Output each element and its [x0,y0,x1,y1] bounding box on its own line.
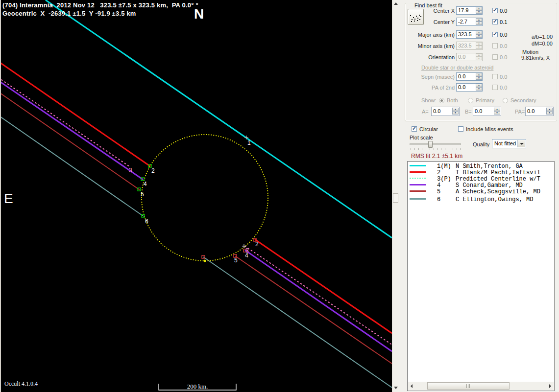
show-secondary-label: Secondary [510,97,536,103]
fit-control-panel: Find best fit Center X 17.9 ▲▼ [398,0,559,392]
slider-ticks [411,148,461,150]
motion-value: 9.81km/s, X [521,55,550,61]
pa-of-2nd-sigma: 0.0 [500,85,507,91]
b-spinner[interactable]: ▲▼ [494,108,500,115]
legend-observer-name: A Scheck,Scaggsville, MD [456,188,540,195]
limb-bottom-dot [204,260,206,262]
major-axis-spinner[interactable]: ▲▼ [476,31,482,38]
orientation-label: Orientation [415,54,455,60]
include-miss-events-label: Include Miss events [466,126,513,132]
legend-chord-id: 1(M) [437,163,451,170]
circular-label: Circular [419,126,438,132]
chord-number-label: 2 [151,167,155,174]
center-x-label: Center X [415,8,455,14]
scroll-left-arrow-icon[interactable] [408,382,416,390]
legend-color-swatch-icon [410,198,426,200]
orientation-fit-checkbox [492,54,498,60]
legend-row[interactable]: 1(M)N Smith,Trenton, GA [408,163,554,169]
minor-axis-field: 323.5 ▲▼ [456,42,483,50]
a-field[interactable]: 0.0 ▲▼ [431,107,460,116]
north-direction-label: N [194,6,204,22]
fitted-asteroid-limb [142,135,268,261]
rms-fit-status: RMS fit 2.1 ±5.1 km [411,153,462,160]
b-field[interactable]: 0.0 ▲▼ [473,107,501,116]
center-y-spinner[interactable]: ▲▼ [476,18,482,25]
legend-chord-id: 2 [437,169,440,176]
legend-observer-name: T Blank/M Pacht,Taftsvil [456,169,540,176]
legend-row[interactable]: 6C Ellington,Owings, MD [408,196,554,203]
legend-row[interactable]: 3(P)Predicted Centerline w/T [408,176,554,182]
legend-chord-id: 6 [437,196,440,203]
motion-label: Motion [522,49,538,55]
legend-color-swatch-icon [410,190,426,192]
plot-scale-slider[interactable] [410,141,462,150]
chord-4 [0,82,143,180]
scroll-right-arrow-icon[interactable] [546,382,554,390]
pa-label: PA= [515,109,525,115]
east-direction-label: E [4,191,13,207]
occultation-plot-canvas[interactable]: 1223344556200 km. [0,0,392,392]
legend-row[interactable]: 5A Scheck,Scaggsville, MD [408,188,554,195]
major-axis-label: Major axis (km) [415,32,455,38]
chord-number-label: 4 [245,252,248,259]
minor-axis-fit-checkbox [492,43,498,48]
pa-field[interactable]: 0.0 ▲▼ [525,107,554,116]
show-both-label: Both [447,97,458,103]
center-x-fit-checkbox[interactable] [492,8,498,13]
quality-label: Quality [473,141,489,147]
chord-2 [255,239,392,333]
horizontal-scrollbar-thumb[interactable] [427,382,510,390]
quality-dropdown[interactable]: Not fitted [492,139,526,148]
dropdown-arrow-icon[interactable] [517,140,525,147]
app-version-label: Occult 4.1.0.4 [4,380,38,388]
chord-number-label: 3 [129,167,132,174]
show-secondary-radio [503,98,508,103]
circular-checkbox[interactable] [412,126,417,132]
orientation-field: 0.0 ▲▼ [456,53,483,61]
minor-axis-sigma: 0.0 [500,43,507,49]
minor-axis-spinner: ▲▼ [476,42,482,49]
separation-row: Sepn (masec) 0.0 ▲▼ 0.0 [415,72,558,81]
center-y-label: Center Y [415,19,455,25]
legend-color-swatch-icon [410,171,426,173]
chord-3 [1,80,131,167]
chord-number-label: 1 [247,139,251,146]
center-y-fit-checkbox[interactable] [492,19,498,24]
center-x-spinner[interactable]: ▲▼ [476,7,482,14]
include-miss-events-checkbox[interactable] [458,126,463,132]
separation-sigma: 0.0 [500,74,507,80]
legend-observer-name: S Conard,Gamber, MD [456,182,523,189]
vertical-scrollbar-thumb[interactable] [393,193,398,203]
major-axis-fit-checkbox[interactable] [492,32,498,37]
plot-vertical-scrollbar[interactable] [392,0,398,392]
legend-chord-id: 4 [437,182,440,189]
dm-value: dM=0.00 [511,41,553,46]
b-label: B= [465,109,472,115]
slider-track[interactable] [410,143,461,145]
chord-1 [46,0,392,238]
chord-6 [203,257,392,388]
a-spinner[interactable]: ▲▼ [452,108,459,115]
center-y-field[interactable]: -2.7 ▲▼ [456,18,483,26]
plot-title-line1: (704) Interamnia 2012 Nov 12 323.5 ±7.5 … [2,1,198,9]
major-axis-field[interactable]: 323.5 ▲▼ [456,30,483,39]
occultation-plot-area[interactable]: 1223344556200 km. (704) Interamnia 2012 … [0,0,392,392]
slider-thumb[interactable] [428,141,433,148]
legend-observer-name: C Ellington,Owings, MD [456,196,533,203]
center-y-sigma: 0.1 [500,19,507,25]
separation-fit-checkbox [492,74,498,79]
orientation-spinner: ▲▼ [476,53,482,61]
legend-row[interactable]: 2T Blank/M Pacht,Taftsvil [408,169,554,176]
center-x-sigma: 0.0 [500,8,507,14]
separation-field: 0.0 ▲▼ [456,72,483,81]
observer-legend-list[interactable]: 1(M)N Smith,Trenton, GA2T Blank/M Pacht,… [407,161,555,391]
legend-horizontal-scrollbar[interactable] [408,382,554,390]
legend-color-swatch-icon [410,184,426,185]
legend-observer-name: N Smith,Trenton, GA [456,163,523,170]
legend-row[interactable]: 4S Conard,Gamber, MD [408,182,554,188]
pa-of-2nd-row: PA of 2nd 0.0 ▲▼ 0.0 [415,83,558,92]
show-primary-radio [468,98,473,103]
pa-spinner[interactable]: ▲▼ [546,108,553,115]
center-x-field[interactable]: 17.9 ▲▼ [456,6,483,15]
legend-chord-id: 3(P) [437,176,451,183]
